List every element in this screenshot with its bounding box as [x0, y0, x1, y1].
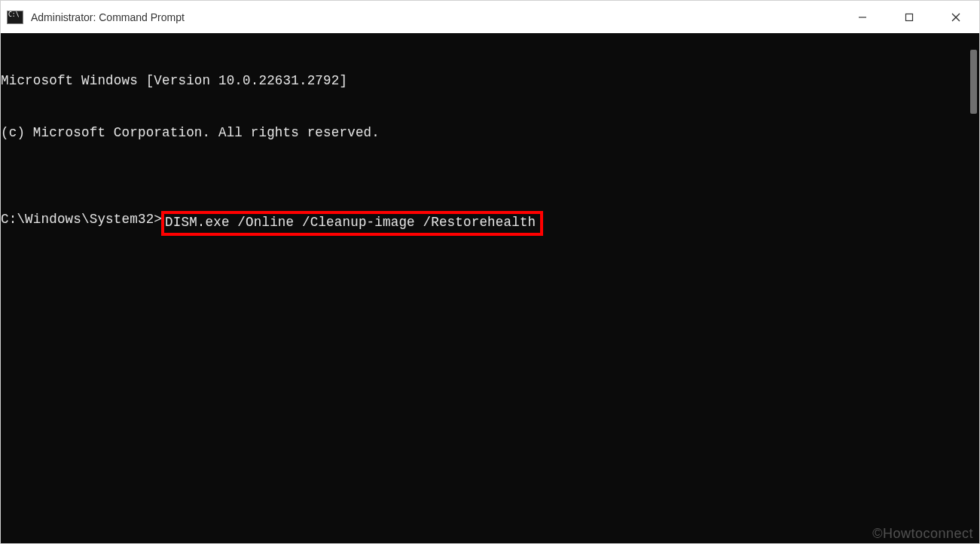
close-button[interactable] — [933, 1, 979, 33]
window-controls — [839, 1, 979, 33]
command-text: DISM.exe /Online /Cleanup-image /Restore… — [165, 215, 536, 230]
minimize-button[interactable] — [839, 1, 886, 33]
svg-rect-1 — [906, 14, 913, 20]
app-window: Administrator: Command Prompt — [0, 0, 980, 544]
output-line: (c) Microsoft Corporation. All rights re… — [1, 124, 961, 142]
scrollbar-thumb[interactable] — [970, 50, 977, 114]
prompt-line: C:\Windows\System32>DISM.exe /Online /Cl… — [1, 211, 961, 236]
watermark: ©Howtoconnect — [872, 526, 973, 542]
maximize-icon — [905, 13, 914, 22]
minimize-icon — [858, 13, 867, 22]
maximize-button[interactable] — [886, 1, 933, 33]
titlebar[interactable]: Administrator: Command Prompt — [1, 1, 979, 33]
terminal-area[interactable]: Microsoft Windows [Version 10.0.22631.27… — [1, 33, 979, 543]
terminal-output: Microsoft Windows [Version 10.0.22631.27… — [1, 33, 961, 543]
scrollbar-track[interactable] — [966, 33, 979, 543]
prompt-prefix: C:\Windows\System32> — [1, 211, 162, 228]
command-highlight: DISM.exe /Online /Cleanup-image /Restore… — [161, 211, 543, 236]
window-title: Administrator: Command Prompt — [31, 11, 185, 23]
cmd-icon — [7, 11, 23, 24]
close-icon — [951, 12, 961, 23]
output-line: Microsoft Windows [Version 10.0.22631.27… — [1, 72, 961, 90]
